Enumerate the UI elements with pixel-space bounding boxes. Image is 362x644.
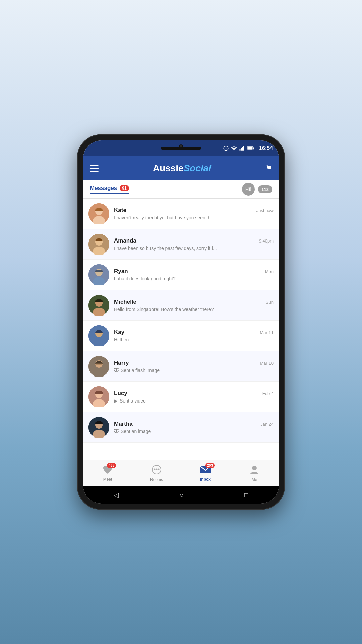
tab-messages[interactable]: Messages 91 [90, 185, 129, 194]
message-time: Feb 4 [262, 391, 274, 396]
avatar [88, 356, 109, 377]
messages-badge: 91 [120, 185, 129, 191]
message-header: Martha Jan 24 [114, 421, 274, 427]
app-header: AussieSocial ⚑ [83, 156, 279, 180]
me-icon-wrap [250, 465, 259, 476]
person-icon [250, 465, 259, 475]
list-item[interactable]: Kate Just now I haven't really tried it … [83, 199, 279, 229]
message-time: 9:40pm [259, 238, 274, 244]
avatar [88, 203, 109, 224]
list-item[interactable]: Lucy Feb 4 ▶ Sent a video [83, 382, 279, 412]
tab-icons: Hi! 112 [242, 183, 272, 196]
list-item[interactable]: Harry Mar 10 🖼 Sent a flash image [83, 351, 279, 382]
avatar [88, 386, 109, 407]
nav-item-inbox[interactable]: 203 Inbox [194, 465, 217, 482]
message-time: Mar 10 [260, 361, 274, 366]
battery-icon [247, 146, 254, 151]
message-content: Amanda 9:40pm I have been so busy the pa… [114, 237, 274, 251]
message-list: Kate Just now I haven't really tried it … [83, 199, 279, 460]
svg-rect-2 [242, 147, 243, 151]
meet-icon-wrap: 465 [103, 465, 113, 476]
message-preview: haha it does look good, right? [114, 276, 274, 281]
svg-rect-6 [247, 147, 252, 150]
list-item[interactable]: Michelle Sun Hello from Singapore! How's… [83, 290, 279, 321]
recents-button[interactable]: □ [244, 491, 248, 499]
system-nav: ◁ ○ □ [83, 486, 279, 504]
message-time: Mar 11 [260, 330, 274, 335]
message-header: Ryan Mon [114, 268, 274, 275]
message-header: Harry Mar 10 [114, 360, 274, 366]
app-logo: AussieSocial [153, 163, 211, 174]
back-button[interactable]: ◁ [114, 491, 119, 499]
contact-name: Harry [114, 360, 129, 366]
phone-screen: 16:54 AussieSocial ⚑ Messages 91 Hi! 112 [83, 140, 279, 504]
home-button[interactable]: ○ [179, 491, 183, 499]
signal-icon [239, 145, 245, 151]
flag-icon[interactable]: ⚑ [265, 164, 272, 173]
contact-name: Michelle [114, 299, 136, 305]
message-preview: 🖼 Sent an image [114, 429, 274, 434]
message-content: Lucy Feb 4 ▶ Sent a video [114, 390, 274, 404]
svg-rect-16 [95, 270, 103, 272]
message-header: Lucy Feb 4 [114, 390, 274, 397]
message-preview: Hi there! [114, 337, 274, 342]
svg-point-35 [156, 468, 158, 470]
message-header: Amanda 9:40pm [114, 237, 274, 244]
list-item[interactable]: Ryan Mon haha it does look good, right? [83, 260, 279, 290]
message-preview: I haven't really tried it yet but have y… [114, 215, 274, 220]
bottom-nav: 465 Meet Rooms [83, 460, 279, 486]
contact-name: Kate [114, 207, 126, 214]
wifi-icon [231, 145, 237, 151]
svg-rect-3 [243, 146, 244, 151]
message-preview: I have been so busy the past few days, s… [114, 246, 274, 251]
contact-name: Kay [114, 329, 124, 336]
svg-point-34 [154, 468, 156, 470]
avatar [88, 295, 109, 316]
list-item[interactable]: Kay Mar 11 Hi there! [83, 321, 279, 351]
message-header: Kate Just now [114, 207, 274, 214]
count-badge[interactable]: 112 [258, 185, 272, 193]
nav-item-rooms[interactable]: Rooms [145, 465, 168, 482]
alarm-icon [223, 145, 229, 151]
rooms-icon-wrap [152, 465, 162, 476]
image-icon: 🖼 [114, 368, 119, 373]
message-time: Just now [256, 208, 274, 213]
message-header: Kay Mar 11 [114, 329, 274, 336]
rooms-label: Rooms [150, 477, 163, 482]
svg-rect-0 [240, 149, 241, 151]
inbox-icon-wrap: 203 [200, 465, 211, 476]
message-preview: ▶ Sent a video [114, 398, 274, 404]
inbox-label: Inbox [200, 477, 211, 482]
message-time: Mon [265, 269, 274, 274]
hamburger-menu[interactable] [90, 165, 99, 172]
nav-item-me[interactable]: Me [243, 465, 266, 482]
meet-badge: 465 [107, 463, 116, 468]
speaker [161, 147, 201, 150]
message-header: Michelle Sun [114, 299, 274, 305]
svg-rect-26 [95, 363, 103, 365]
avatar [88, 325, 109, 346]
nav-item-meet[interactable]: 465 Meet [96, 465, 119, 482]
image-icon: 🖼 [114, 429, 119, 434]
message-time: Jan 24 [260, 422, 274, 427]
contact-name: Amanda [114, 237, 136, 244]
contact-name: Martha [114, 421, 133, 427]
message-content: Kate Just now I haven't really tried it … [114, 207, 274, 220]
message-content: Kay Mar 11 Hi there! [114, 329, 274, 342]
tab-messages-label: Messages [90, 185, 117, 192]
hi-badge[interactable]: Hi! [242, 183, 255, 196]
rooms-icon [152, 465, 162, 475]
svg-rect-5 [253, 147, 254, 149]
message-content: Harry Mar 10 🖼 Sent a flash image [114, 360, 274, 373]
logo-aussie: Aussie [153, 163, 184, 173]
video-icon: ▶ [114, 398, 118, 404]
avatar [88, 264, 109, 285]
contact-name: Ryan [114, 268, 128, 275]
list-item[interactable]: Martha Jan 24 🖼 Sent an image [83, 412, 279, 443]
me-label: Me [252, 477, 257, 482]
svg-point-36 [158, 468, 160, 470]
list-item[interactable]: Amanda 9:40pm I have been so busy the pa… [83, 229, 279, 260]
message-preview: 🖼 Sent a flash image [114, 368, 274, 373]
phone-frame: 16:54 AussieSocial ⚑ Messages 91 Hi! 112 [77, 134, 285, 510]
inbox-badge: 203 [205, 463, 215, 468]
